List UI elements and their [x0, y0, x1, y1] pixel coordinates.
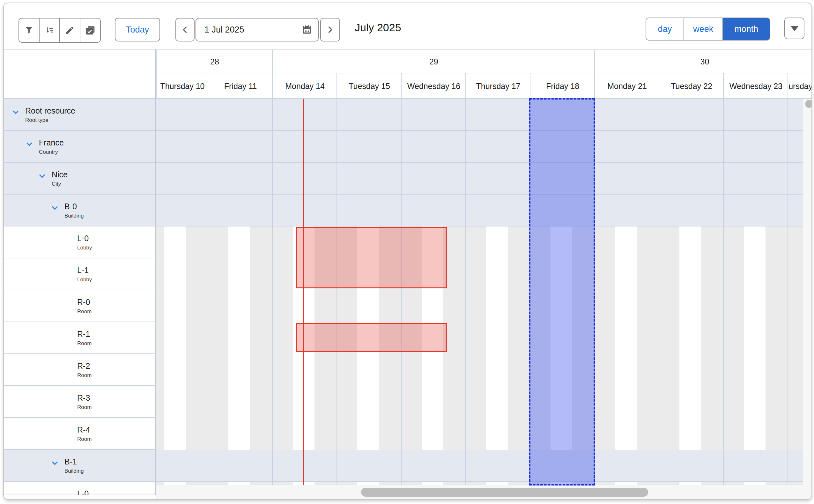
- resource-row-r-0[interactable]: R-0Room: [4, 290, 803, 322]
- day-gridline: [465, 99, 466, 485]
- day-header-label: Thursday 10: [160, 82, 205, 91]
- chevron-down-icon: [50, 459, 59, 468]
- day-header-cell[interactable]: Wednesday 23: [723, 73, 788, 99]
- week-header-divider: [156, 73, 811, 73]
- day-stripes: [155, 258, 803, 290]
- day-stripes: [155, 354, 803, 386]
- day-stripes: [155, 322, 803, 354]
- time-range-selection[interactable]: [529, 98, 595, 485]
- multi-select-button[interactable]: [80, 19, 100, 42]
- toolbar-icon-group: [19, 18, 101, 43]
- resource-type: Root type: [25, 117, 75, 124]
- day-header-cell[interactable]: Thursday 24: [788, 73, 812, 99]
- week-number: 30: [700, 57, 709, 66]
- resource-name: B-1: [64, 457, 84, 466]
- resource-row-root resource[interactable]: Root resourceRoot type: [4, 99, 803, 131]
- resource-panel-border: [155, 49, 156, 495]
- resource-type: Building: [64, 468, 84, 475]
- day-header-cell[interactable]: Friday 11: [208, 73, 272, 99]
- prev-button[interactable]: [175, 18, 195, 41]
- day-header-cell[interactable]: Wednesday 16: [401, 73, 465, 99]
- edit-icon: [65, 26, 75, 35]
- day-stripes: [155, 386, 803, 418]
- resource-label: B-1Building: [64, 457, 84, 475]
- chevron-down-icon: [38, 172, 47, 181]
- dropdown-button[interactable]: [784, 18, 804, 39]
- chevron-down-icon: [25, 140, 34, 149]
- sort-button[interactable]: [40, 19, 60, 42]
- day-header-cell[interactable]: Monday 14: [272, 73, 337, 99]
- resource-row-r-2[interactable]: R-2Room: [4, 354, 803, 386]
- week-header-cell: 29: [272, 49, 594, 73]
- day-header-cell[interactable]: Thursday 10: [156, 73, 208, 99]
- day-header-cell[interactable]: Tuesday 22: [659, 73, 723, 99]
- resource-name: Nice: [52, 170, 68, 179]
- resource-type: Building: [64, 212, 84, 219]
- day-gridline: [337, 99, 337, 485]
- resource-label: R-4Room: [77, 425, 92, 443]
- horizontal-scrollbar-thumb[interactable]: [361, 488, 648, 497]
- event-reservation[interactable]: [296, 227, 447, 288]
- resource-type: Room: [77, 308, 92, 315]
- resource-row-r-4[interactable]: R-4Room: [4, 418, 803, 450]
- day-gridline: [788, 99, 788, 485]
- resource-row-b-1[interactable]: B-1Building: [4, 450, 803, 482]
- next-button[interactable]: [320, 18, 340, 41]
- day-header-label: Friday 11: [224, 82, 257, 91]
- resource-name: R-4: [77, 425, 92, 434]
- today-button[interactable]: Today: [115, 18, 160, 41]
- resource-label: Root resourceRoot type: [25, 106, 75, 124]
- expand-collapse-toggle[interactable]: [50, 459, 59, 469]
- day-header-label: Monday 14: [285, 82, 325, 91]
- vertical-scrollbar-track[interactable]: [803, 99, 812, 485]
- chevron-down-icon: [50, 204, 59, 212]
- edit-button[interactable]: [60, 19, 80, 42]
- week-header-cell: 28: [156, 49, 272, 73]
- resource-row-r-3[interactable]: R-3Room: [4, 386, 803, 418]
- page-title: July 2025: [355, 21, 401, 34]
- resource-name: Root resource: [25, 106, 75, 115]
- resource-name: R-3: [77, 393, 92, 403]
- view-button-day[interactable]: day: [646, 18, 684, 40]
- resource-row-france[interactable]: FranceCountry: [4, 131, 803, 163]
- calendar-icon[interactable]: [302, 25, 312, 34]
- caret-down-icon: [790, 26, 799, 31]
- view-button-month[interactable]: month: [723, 18, 770, 40]
- panel-footer: [4, 495, 156, 500]
- resource-type: Country: [39, 149, 64, 156]
- view-switcher: dayweekmonth: [646, 18, 770, 41]
- chevron-left-icon: [181, 25, 189, 34]
- day-header-cell[interactable]: Tuesday 15: [337, 73, 401, 99]
- resource-label: B-0Building: [64, 202, 84, 219]
- expand-collapse-toggle[interactable]: [50, 204, 59, 214]
- date-input[interactable]: 1 Jul 2025: [196, 18, 319, 41]
- day-header-label: Tuesday 22: [671, 82, 712, 91]
- day-header-cell[interactable]: Thursday 17: [465, 73, 530, 99]
- resource-type: Room: [77, 404, 92, 411]
- week-header-cell: 30: [594, 49, 812, 73]
- resource-label: R-0Room: [77, 297, 92, 315]
- expand-collapse-toggle[interactable]: [25, 140, 34, 150]
- view-button-week[interactable]: week: [684, 18, 723, 40]
- sort-icon: [44, 25, 55, 35]
- expand-collapse-toggle[interactable]: [38, 172, 47, 182]
- day-header-cell[interactable]: Monday 21: [594, 73, 659, 99]
- resource-type: Room: [77, 340, 92, 347]
- vertical-scrollbar-thumb[interactable]: [805, 100, 812, 108]
- day-header-cell[interactable]: Friday 18: [530, 73, 594, 99]
- event-reservation[interactable]: [296, 323, 447, 352]
- day-stripes: [155, 226, 803, 258]
- resource-label: R-1Room: [77, 329, 92, 347]
- day-header-label: Friday 18: [546, 82, 579, 91]
- resource-name: R-1: [77, 329, 92, 339]
- filter-button[interactable]: [19, 19, 40, 42]
- day-header-label: Wednesday 16: [407, 82, 460, 91]
- resource-type: Room: [77, 436, 92, 443]
- resource-label: L-1Lobby: [77, 265, 92, 283]
- resource-row-b-0[interactable]: B-0Building: [4, 195, 803, 226]
- scheduler-app: Today 1 Jul 2025 July 2025 dayweekmonth …: [0, 0, 814, 504]
- expand-collapse-toggle[interactable]: [11, 108, 20, 118]
- day-header-label: Monday 21: [607, 82, 647, 91]
- resource-row-nice[interactable]: NiceCity: [4, 163, 803, 195]
- resource-label: L-0Lobby: [77, 233, 92, 251]
